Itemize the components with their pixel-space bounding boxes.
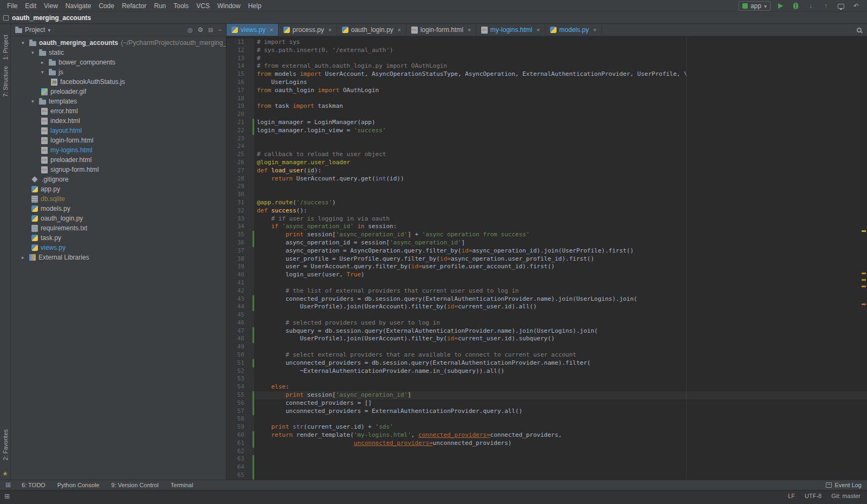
toolwindow-button-terminal[interactable]: Terminal xyxy=(171,482,193,488)
stripe-mark[interactable] xyxy=(862,279,866,281)
collapse-all-icon[interactable] xyxy=(208,26,213,34)
tree-collapse-icon[interactable]: ▾ xyxy=(31,50,39,55)
tree-item-templates[interactable]: ▾templates xyxy=(11,96,226,106)
menu-code[interactable]: Code xyxy=(95,2,118,10)
code-line[interactable]: 39 user = UserAccount.query.filter_by(id… xyxy=(227,263,867,271)
code-line[interactable]: 13# xyxy=(227,55,867,63)
menu-window[interactable]: Window xyxy=(213,2,244,10)
project-panel-title[interactable]: Project xyxy=(25,26,45,34)
close-icon[interactable]: × xyxy=(536,27,540,33)
tree-item-error-html[interactable]: <>error.html xyxy=(11,106,226,116)
code-line[interactable]: 59 print str(current_user.id) + 'sds' xyxy=(227,423,867,431)
close-icon[interactable]: × xyxy=(468,27,471,33)
close-icon[interactable]: × xyxy=(328,27,332,33)
code-line[interactable]: 53 xyxy=(227,375,867,383)
tree-item-app-py[interactable]: app.py xyxy=(11,184,226,194)
code-line[interactable]: 34 if 'async_operation_id' in session: xyxy=(227,223,867,231)
toolwindow-button-event-log[interactable]: Event Log xyxy=(826,482,862,488)
code-line[interactable]: 41 xyxy=(227,279,867,287)
breadcrumb[interactable]: oauth_merging_accounts xyxy=(12,14,91,22)
tree-item-task-py[interactable]: task.py xyxy=(11,233,226,243)
code-line[interactable]: 26@login_manager.user_loader xyxy=(227,159,867,167)
menu-edit[interactable]: Edit xyxy=(21,2,40,10)
code-line[interactable]: 33 # if user is logging in via oauth xyxy=(227,215,867,223)
search-icon[interactable] xyxy=(857,28,862,33)
code-line[interactable]: 49 xyxy=(227,343,867,351)
code-line[interactable]: 12# sys.path.insert(0, '/external_auth') xyxy=(227,47,867,55)
tree-item-layout-html[interactable]: <>layout.html xyxy=(11,126,226,135)
tree-item-login-form-html[interactable]: <>login-form.html xyxy=(11,135,226,145)
code-line[interactable]: 14# from external_auth.oauth_login.py im… xyxy=(227,62,867,70)
code-line[interactable]: 44 UserProfile).join(UserAccount).filter… xyxy=(227,303,867,311)
tree-item-js[interactable]: ▾js xyxy=(11,67,226,77)
code-line[interactable]: 19from task import taskman xyxy=(227,102,867,111)
code-line[interactable]: 25# callback to reload the user object xyxy=(227,151,867,159)
code-line[interactable]: 35 print session['async_operation_id'] +… xyxy=(227,231,867,239)
tree-item-my-logins-html[interactable]: <>my-logins.html xyxy=(11,145,226,155)
status-utf-8[interactable]: UTF-8 xyxy=(805,493,821,499)
code-line[interactable]: 48 UserProfile).join(UserAccount).filter… xyxy=(227,335,867,343)
vcs-update-button[interactable] xyxy=(805,1,816,11)
tab-login-form-html[interactable]: <>login-form.html× xyxy=(406,24,476,36)
code-line[interactable]: 18 xyxy=(227,95,867,103)
remote-button[interactable] xyxy=(836,1,846,11)
menu-run[interactable]: Run xyxy=(150,2,170,10)
tree-item-preloader-gif[interactable]: preloader.gif xyxy=(11,87,226,96)
stripe-mark[interactable] xyxy=(862,286,866,287)
code-line[interactable]: 32def success(): xyxy=(227,207,867,215)
tree-item-index-html[interactable]: <>index.html xyxy=(11,116,226,126)
code-editor[interactable]: 11# import sys12# sys.path.insert(0, '/e… xyxy=(227,36,867,480)
code-line[interactable]: 28 return UserAccount.query.get(int(id)) xyxy=(227,175,867,183)
code-line[interactable]: 16 UserLogins xyxy=(227,79,867,87)
tree-item-facebookauthstatus-js[interactable]: JSfacebookAuthStatus.js xyxy=(11,77,226,87)
toolwindow-switcher-icon[interactable] xyxy=(4,493,10,500)
tab-views-py[interactable]: views.py× xyxy=(227,24,279,36)
code-line[interactable]: 50 # select external providers that are … xyxy=(227,351,867,359)
code-line[interactable]: 64 xyxy=(227,463,867,471)
close-icon[interactable]: × xyxy=(270,27,273,33)
tree-expand-icon[interactable]: ▸ xyxy=(41,60,49,65)
error-stripe[interactable] xyxy=(860,36,867,480)
stripe-mark[interactable] xyxy=(862,273,866,274)
code-line[interactable]: 29 xyxy=(227,183,867,191)
code-line[interactable]: 21login_manager = LoginManager(app) xyxy=(227,119,867,127)
status-lf[interactable]: LF xyxy=(788,493,795,499)
menu-view[interactable]: View xyxy=(40,2,62,10)
code-line[interactable]: 27def load_user(id): xyxy=(227,167,867,175)
code-line[interactable]: 51 unconnected_providers = db.session.qu… xyxy=(227,359,867,367)
code-line[interactable]: 52 ~ExternalAuthenticationProvider.name.… xyxy=(227,367,867,376)
code-line[interactable]: 24 xyxy=(227,143,867,151)
stripe-mark[interactable] xyxy=(862,230,866,232)
locate-file-icon[interactable] xyxy=(187,26,193,34)
tree-item-models-py[interactable]: models.py xyxy=(11,204,226,214)
tree-collapse-icon[interactable]: ▾ xyxy=(41,69,49,75)
code-line[interactable]: 45 xyxy=(227,311,867,319)
code-line[interactable]: 54 else: xyxy=(227,383,867,391)
code-line[interactable]: 11# import sys xyxy=(227,38,867,47)
tree-item-signup-form-html[interactable]: <>signup-form.html xyxy=(11,165,226,175)
tree-item-preloader-html[interactable]: <>preloader.html xyxy=(11,155,226,165)
hide-panel-icon[interactable] xyxy=(218,26,222,34)
toolwindow-button-9-version-control[interactable]: 9: Version Control xyxy=(111,482,158,488)
toolwindow-button-6-todo[interactable]: 6: TODO xyxy=(22,482,46,488)
menu-navigate[interactable]: Navigate xyxy=(62,2,95,10)
tree-item-views-py[interactable]: views.py xyxy=(11,243,226,253)
tree-collapse-icon[interactable]: ▾ xyxy=(22,40,29,46)
tab-my-logins-html[interactable]: <>my-logins.html× xyxy=(476,24,545,36)
menu-tools[interactable]: Tools xyxy=(170,2,192,10)
tree-item-static[interactable]: ▾static xyxy=(11,48,226,57)
menu-refactor[interactable]: Refactor xyxy=(118,2,150,10)
code-line[interactable]: 40 login_user(user, True) xyxy=(227,271,867,279)
run-button[interactable] xyxy=(775,1,786,11)
code-line[interactable]: 38 user_profile = UserProfile.query.filt… xyxy=(227,255,867,263)
tab-models-py[interactable]: models.py× xyxy=(545,24,602,36)
code-line[interactable]: 55 print session['async_operation_id'] xyxy=(227,391,867,399)
gear-icon[interactable] xyxy=(198,26,204,34)
toolwindow-button-python-console[interactable]: Python Console xyxy=(57,482,100,488)
tab-oauth-login-py[interactable]: oauth_login.py× xyxy=(337,24,406,36)
close-icon[interactable]: × xyxy=(593,27,597,33)
chevron-down-icon[interactable] xyxy=(48,26,50,34)
code-line[interactable]: 20 xyxy=(227,111,867,119)
code-line[interactable]: 57 unconnected_providers = ExternalAuthe… xyxy=(227,408,867,416)
menu-vcs[interactable]: VCS xyxy=(192,2,213,10)
